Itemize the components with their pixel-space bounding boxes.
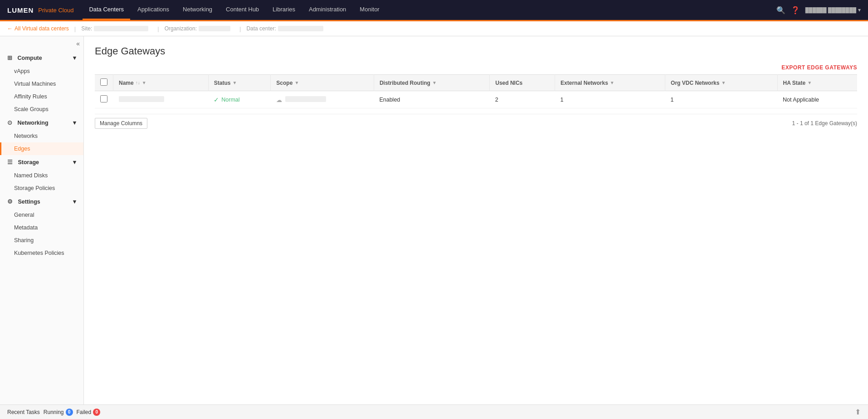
row-distributed-routing-value: Enabled [379,97,400,103]
sidebar-section-header-settings[interactable]: ⚙ Settings ▾ [0,195,83,209]
row-select-checkbox[interactable] [100,95,107,102]
org-vdc-networks-column-label: Org VDC Networks [671,80,719,86]
networking-icon: ⊙ [7,119,12,126]
running-label: Running [44,409,64,415]
export-edge-gateways-button[interactable]: EXPORT EDGE GATEWAYS [781,64,857,71]
failed-task-status: Failed 0 [77,409,101,416]
scroll-to-top-button[interactable]: ⬆ [855,408,861,416]
table-footer: Manage Columns 1 - 1 of 1 Edge Gateway(s… [95,114,857,132]
nav-data-centers[interactable]: Data Centers [83,0,130,20]
nav-applications[interactable]: Applications [131,0,176,20]
recent-tasks-label: Recent Tasks [7,409,40,415]
sidebar-item-edges[interactable]: Edges [0,142,83,155]
scope-filter-icon[interactable]: ▼ [294,80,299,85]
used-nics-column-label: Used NICs [495,80,522,86]
sidebar-item-general[interactable]: General [0,209,83,221]
sidebar-section-storage: ☰ Storage ▾ Named Disks Storage Policies [0,155,83,195]
sidebar-item-storage-policies[interactable]: Storage Policies [0,182,83,195]
compute-icon: ⊞ [7,54,12,61]
table-header-ha-state: HA State ▼ [777,75,857,91]
ha-state-filter-icon[interactable]: ▼ [807,80,812,85]
sidebar-item-scale-groups[interactable]: Scale Groups [0,103,83,116]
sidebar-item-vapps[interactable]: vApps [0,65,83,78]
row-external-networks-value: 1 [561,97,564,103]
back-arrow-icon: ← [7,25,13,32]
export-link-area: EXPORT EDGE GATEWAYS [95,64,857,71]
row-external-networks-cell: 1 [555,91,665,108]
failed-label: Failed [77,409,92,415]
row-count-label: 1 - 1 of 1 Edge Gateway(s) [792,120,857,127]
sidebar-section-header-compute[interactable]: ⊞ Compute ▾ [0,51,83,65]
row-org-vdc-networks-value: 1 [671,97,674,103]
status-filter-icon[interactable]: ▼ [233,80,237,85]
sidebar-item-affinity-rules[interactable]: Affinity Rules [0,90,83,103]
sidebar-section-header-networking[interactable]: ⊙ Networking ▾ [0,116,83,130]
nav-administration[interactable]: Administration [302,0,352,20]
breadcrumb-bar: ← All Virtual data centers | Site: | Org… [0,20,868,36]
row-name-value[interactable] [119,96,164,102]
collapse-icon[interactable]: « [76,40,80,47]
sidebar-collapse-control: « [0,36,83,51]
table-header-org-vdc-networks: Org VDC Networks ▼ [665,75,777,91]
dc-value [278,26,323,31]
user-chevron-icon: ▾ [858,7,861,13]
scope-column-label: Scope [276,80,293,86]
main-layout: « ⊞ Compute ▾ vApps Virtual Machines Aff… [0,36,868,404]
edge-gateways-table: Name ↑↓ ▼ Status ▼ Scope [95,74,857,108]
back-to-vdc-link[interactable]: ← All Virtual data centers [7,25,69,32]
user-menu[interactable]: ██████ ████████ ▾ [805,7,861,13]
nav-right-controls: 🔍 ❓ ██████ ████████ ▾ [776,6,861,15]
main-nav: Data Centers Applications Networking Con… [83,0,776,20]
page-title: Edge Gateways [95,45,857,57]
sidebar-item-virtual-machines[interactable]: Virtual Machines [0,78,83,90]
sidebar-item-sharing[interactable]: Sharing [0,234,83,247]
settings-chevron-icon: ▾ [73,198,76,205]
status-check-icon: ✓ [214,96,219,103]
status-value: Normal [221,97,239,103]
external-networks-column-label: External Networks [561,80,608,86]
sidebar-item-networks[interactable]: Networks [0,130,83,142]
sidebar-item-metadata[interactable]: Metadata [0,221,83,234]
manage-columns-button[interactable]: Manage Columns [95,118,147,129]
external-networks-filter-icon[interactable]: ▼ [610,80,614,85]
sidebar-item-named-disks[interactable]: Named Disks [0,169,83,182]
org-vdc-networks-filter-icon[interactable]: ▼ [721,80,726,85]
dc-label: Data center: [246,25,276,32]
back-link-label: All Virtual data centers [15,25,69,32]
networking-chevron-icon: ▾ [73,119,76,126]
distributed-routing-filter-icon[interactable]: ▼ [432,80,437,85]
failed-count-badge: 0 [93,409,100,416]
org-label: Organization: [165,25,197,32]
row-name-cell [113,91,209,108]
table-header-scope: Scope ▼ [271,75,374,91]
row-ha-state-cell: Not Applicable [777,91,857,108]
name-filter-icon[interactable]: ▼ [142,80,146,85]
status-normal-indicator: ✓ Normal [214,96,265,103]
row-ha-state-value: Not Applicable [783,97,819,103]
sidebar-section-header-storage[interactable]: ☰ Storage ▾ [0,155,83,169]
row-scope-value [285,96,326,102]
nav-content-hub[interactable]: Content Hub [219,0,265,20]
search-icon[interactable]: 🔍 [776,6,785,15]
sidebar: « ⊞ Compute ▾ vApps Virtual Machines Aff… [0,36,84,404]
storage-chevron-icon: ▾ [73,159,76,166]
breadcrumb-divider-3: | [239,25,241,32]
status-column-label: Status [214,80,231,86]
bottom-bar: Recent Tasks Running 0 Failed 0 ⬆ [0,404,868,419]
distributed-routing-column-label: Distributed Routing [380,80,430,86]
help-icon[interactable]: ❓ [791,6,800,15]
nav-monitor[interactable]: Monitor [353,0,385,20]
running-task-status: Running 0 [44,409,73,416]
name-column-label: Name [119,80,134,86]
name-sort-icon[interactable]: ↑↓ [136,80,140,85]
running-count-badge: 0 [66,409,73,416]
nav-networking[interactable]: Networking [176,0,219,20]
select-all-checkbox[interactable] [100,78,107,86]
row-used-nics-value: 2 [495,97,498,103]
sidebar-section-settings: ⚙ Settings ▾ General Metadata Sharing Ku… [0,195,83,259]
nav-libraries[interactable]: Libraries [266,0,302,20]
storage-section-label: Storage [18,159,39,166]
settings-icon: ⚙ [7,198,13,205]
sidebar-item-kubernetes-policies[interactable]: Kubernetes Policies [0,247,83,259]
table-header-external-networks: External Networks ▼ [555,75,665,91]
